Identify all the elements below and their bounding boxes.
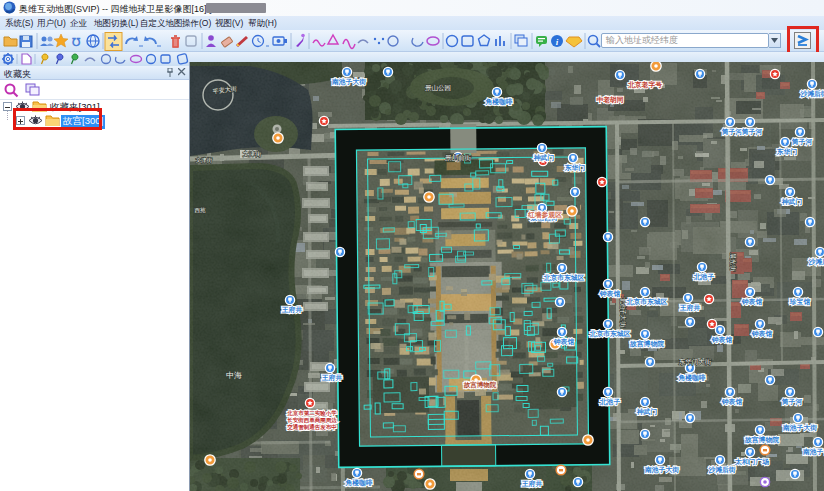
svg-text:钟表馆: 钟表馆 [711, 336, 733, 344]
svg-text:沙滩后街: 沙滩后街 [807, 258, 824, 266]
svg-text:故宫博物院: 故宫博物院 [463, 381, 497, 389]
svg-text:文津街: 文津街 [196, 157, 213, 164]
svg-text:角楼咖啡: 角楼咖啡 [484, 98, 512, 106]
svg-text:交通管制通告发布中: 交通管制通告发布中 [286, 423, 337, 431]
svg-text:钟表馆: 钟表馆 [599, 290, 621, 298]
svg-text:筒子河: 筒子河 [791, 138, 813, 146]
svg-text:故宫博物院: 故宫博物院 [744, 436, 779, 444]
svg-text:景山前街: 景山前街 [445, 154, 472, 162]
svg-text:珍宝馆: 珍宝馆 [789, 298, 811, 306]
svg-text:℧: ℧ [72, 36, 81, 48]
svg-text:中老胡同: 中老胡同 [596, 96, 623, 104]
svg-text:钟表馆: 钟表馆 [553, 338, 575, 346]
svg-text:太和门广场: 太和门广场 [734, 458, 769, 466]
svg-text:钟表馆: 钟表馆 [751, 330, 773, 338]
svg-text:北京市东城区: 北京市东城区 [543, 273, 585, 282]
svg-text:筒子河: 筒子河 [781, 398, 803, 406]
svg-text:长安街西单商圈周边: 长安街西单商圈周边 [286, 417, 337, 424]
svg-text:北京市第二实验小学: 北京市第二实验小学 [286, 410, 337, 417]
svg-text:红墙参观区: 红墙参观区 [527, 211, 562, 219]
svg-text:中海: 中海 [226, 371, 242, 380]
svg-text:王府井: 王府井 [281, 306, 303, 314]
svg-text:南池子大街: 南池子大街 [331, 78, 366, 86]
svg-text:神武门: 神武门 [781, 198, 802, 206]
svg-text:东华门: 东华门 [564, 164, 585, 172]
svg-text:筒子河: 筒子河 [741, 128, 763, 136]
svg-text:角楼咖啡: 角楼咖啡 [677, 374, 705, 382]
svg-text:北京市东城区: 北京市东城区 [589, 329, 631, 338]
svg-text:钟表馆: 钟表馆 [721, 398, 743, 406]
svg-text:王府井: 王府井 [679, 304, 701, 312]
svg-text:东华门大街: 东华门大街 [679, 358, 712, 366]
svg-text:王府井: 王府井 [521, 480, 543, 488]
svg-text:南池子大街: 南池子大街 [802, 448, 824, 456]
svg-text:筒子河: 筒子河 [721, 128, 743, 136]
svg-text:沙滩后街: 沙滩后街 [799, 90, 824, 98]
svg-text:角楼咖啡: 角楼咖啡 [344, 479, 372, 487]
svg-text:北京市东城区: 北京市东城区 [626, 297, 668, 306]
svg-text:北池子: 北池子 [693, 273, 715, 281]
svg-text:东华门: 东华门 [776, 148, 797, 156]
svg-text:景山公园: 景山公园 [425, 84, 451, 91]
svg-text:南池子大街: 南池子大街 [782, 424, 817, 432]
svg-text:故宫博物院: 故宫博物院 [629, 340, 664, 348]
svg-text:西苑: 西苑 [195, 207, 207, 214]
svg-text:神武门: 神武门 [636, 408, 657, 416]
svg-text:南池子大街: 南池子大街 [644, 466, 679, 474]
svg-text:北京老字号: 北京老字号 [627, 81, 662, 89]
svg-text:沙滩后街: 沙滩后街 [707, 466, 735, 474]
svg-text:文津街: 文津街 [243, 150, 262, 158]
svg-text:钟表馆: 钟表馆 [741, 298, 763, 306]
svg-text:晨光街: 晨光街 [729, 253, 736, 272]
svg-text:神武门: 神武门 [533, 154, 554, 162]
svg-text:北池子: 北池子 [599, 398, 621, 406]
svg-text:王府井: 王府井 [321, 374, 343, 382]
